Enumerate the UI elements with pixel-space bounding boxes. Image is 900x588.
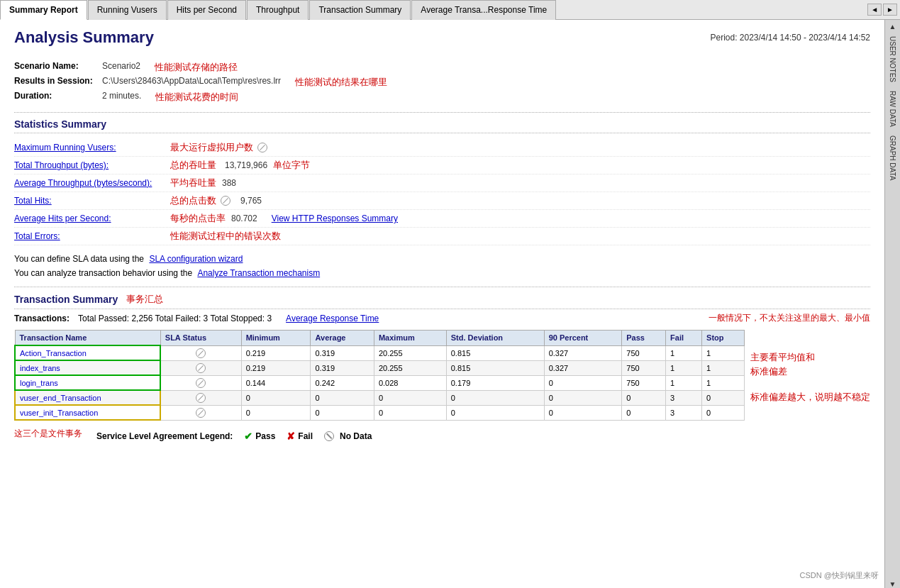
cell-minimum: 0 bbox=[241, 405, 311, 420]
sla-wizard-link[interactable]: SLA configuration wizard bbox=[149, 254, 243, 264]
scenario-label: Scenario Name: bbox=[14, 61, 99, 74]
sidebar-raw-data[interactable]: RAW DATA bbox=[889, 88, 896, 130]
stats-row-total-hits: Total Hits: 总的点击数 9,765 bbox=[14, 192, 870, 210]
cell-maximum: 20.255 bbox=[374, 345, 446, 360]
results-annotation: 性能测试的结果在哪里 bbox=[295, 76, 387, 89]
tab-throughput[interactable]: Throughput bbox=[247, 0, 309, 20]
sla-status-cell bbox=[160, 345, 241, 360]
tab-avg-response-time[interactable]: Average Transa...Response Time bbox=[411, 0, 556, 20]
total-hits-value: 9,765 bbox=[240, 196, 262, 206]
table-row: vuser_init_Transaction00000030 bbox=[15, 405, 745, 420]
trans-name-cell[interactable]: vuser_init_Transaction bbox=[15, 405, 160, 420]
max-vusers-link[interactable]: Maximum Running Vusers: bbox=[14, 143, 170, 152]
scroll-up-arrow[interactable]: ▲ bbox=[889, 23, 896, 30]
cell-maximum: 0 bbox=[374, 405, 446, 420]
stats-row-errors: Total Errors: 性能测试过程中的错误次数 bbox=[14, 228, 870, 245]
stats-row-avg-hits: Average Hits per Second: 每秒的点击率 80.702 V… bbox=[14, 210, 870, 228]
total-errors-link[interactable]: Total Errors: bbox=[14, 231, 170, 241]
sla-row-1: You can define SLA data using the SLA co… bbox=[14, 254, 870, 264]
cell-fail: 3 bbox=[666, 390, 702, 405]
col-std-dev: Std. Deviation bbox=[446, 331, 544, 346]
cell-std_dev: 0.815 bbox=[446, 360, 544, 375]
trans-name-cell[interactable]: login_trans bbox=[15, 375, 160, 390]
transaction-summary-title: Transaction Summary bbox=[14, 294, 118, 305]
table-row: Action_Transaction0.2190.31920.2550.8150… bbox=[15, 345, 745, 360]
report-content: Analysis Summary Period: 2023/4/14 14:50… bbox=[0, 20, 884, 588]
total-hits-annotation: 总的点击数 bbox=[170, 194, 216, 207]
tab-nav-buttons: ◄ ► bbox=[867, 4, 900, 16]
cell-percent90: 0.327 bbox=[544, 345, 622, 360]
sla-section: You can define SLA data using the SLA co… bbox=[14, 254, 870, 278]
cell-pass: 750 bbox=[622, 345, 666, 360]
cell-maximum: 20.255 bbox=[374, 360, 446, 375]
col-maximum: Maximum bbox=[374, 331, 446, 346]
tab-hits-per-second[interactable]: Hits per Second bbox=[167, 0, 246, 20]
sla-row-2: You can analyze transaction behavior usi… bbox=[14, 268, 870, 278]
cell-stop: 1 bbox=[702, 360, 745, 375]
period-value: 2023/4/14 14:50 - 2023/4/14 14:52 bbox=[740, 33, 870, 43]
trans-stats-label: Transactions: bbox=[14, 314, 70, 323]
cell-stop: 0 bbox=[702, 390, 745, 405]
total-throughput-link[interactable]: Total Throughput (bytes): bbox=[14, 160, 170, 170]
cell-fail: 3 bbox=[666, 405, 702, 420]
avg-response-time-link[interactable]: Average Response Time bbox=[286, 314, 379, 323]
tab-nav-left[interactable]: ◄ bbox=[867, 4, 882, 16]
cell-minimum: 0.219 bbox=[241, 345, 311, 360]
cell-percent90: 0.327 bbox=[544, 360, 622, 375]
tab-nav-right[interactable]: ► bbox=[883, 4, 897, 16]
sla-line1-prefix: You can define SLA data using the bbox=[14, 254, 144, 264]
trans-name-cell[interactable]: index_trans bbox=[15, 360, 160, 375]
scroll-down-arrow[interactable]: ▼ bbox=[889, 580, 896, 588]
table-row: index_trans0.2190.31920.2550.8150.327750… bbox=[15, 360, 745, 375]
trans-name-cell[interactable]: vuser_end_Transaction bbox=[15, 390, 160, 405]
sla-legend: Service Level Agreement Legend: ✔ Pass ✘… bbox=[96, 431, 372, 442]
right-sidebar: ▲ USER NOTES RAW DATA GRAPH DATA ▼ bbox=[884, 20, 900, 588]
col-average: Average bbox=[311, 331, 374, 346]
transaction-table: Transaction Name SLA Status Minimum Aver… bbox=[14, 330, 745, 421]
fail-x-icon: ✘ bbox=[287, 431, 295, 442]
duration-label: Duration: bbox=[14, 91, 99, 104]
cell-stop: 0 bbox=[702, 405, 745, 420]
cell-std_dev: 0.815 bbox=[446, 345, 544, 360]
bottom-left-annotation: 这三个是文件事务 bbox=[14, 428, 82, 440]
pass-checkmark-icon: ✔ bbox=[244, 431, 252, 442]
transaction-stats-row: Transactions: Total Passed: 2,256 Total … bbox=[14, 309, 870, 324]
cell-fail: 1 bbox=[666, 375, 702, 390]
avg-hits-annotation: 每秒的点击率 bbox=[170, 212, 226, 225]
avg-throughput-link[interactable]: Average Throughput (bytes/second): bbox=[14, 178, 170, 188]
avg-hits-link[interactable]: Average Hits per Second: bbox=[14, 213, 170, 223]
cell-percent90: 0 bbox=[544, 390, 622, 405]
cell-average: 0.242 bbox=[311, 375, 374, 390]
analysis-header: Analysis Summary Period: 2023/4/14 14:50… bbox=[14, 28, 870, 52]
cell-stop: 1 bbox=[702, 375, 745, 390]
cell-pass: 0 bbox=[622, 390, 666, 405]
cell-maximum: 0.028 bbox=[374, 375, 446, 390]
duration-annotation: 性能测试花费的时间 bbox=[155, 91, 238, 104]
total-hits-link[interactable]: Total Hits: bbox=[14, 196, 170, 206]
sidebar-user-notes[interactable]: USER NOTES bbox=[889, 33, 896, 85]
col-sla-status: SLA Status bbox=[160, 331, 241, 346]
scenario-annotation: 性能测试存储的路径 bbox=[155, 61, 238, 74]
period-label: Period: bbox=[710, 33, 737, 43]
vusers-nodata-icon bbox=[257, 143, 267, 152]
trans-name-cell[interactable]: Action_Transaction bbox=[15, 345, 160, 360]
duration-value: 2 minutes. bbox=[102, 91, 141, 104]
tab-transaction-summary[interactable]: Transaction Summary bbox=[309, 0, 411, 20]
sidebar-graph-data[interactable]: GRAPH DATA bbox=[889, 133, 896, 184]
http-responses-link[interactable]: View HTTP Responses Summary bbox=[272, 213, 398, 223]
results-value: C:\Users\28463\AppData\Local\Temp\res\re… bbox=[102, 76, 281, 89]
analyze-transaction-link[interactable]: Analyze Transaction mechanism bbox=[197, 268, 320, 278]
tab-summary-report[interactable]: Summary Report bbox=[0, 0, 87, 20]
info-section: Scenario Name: Scenario2 性能测试存储的路径 Resul… bbox=[14, 61, 870, 104]
cell-fail: 1 bbox=[666, 360, 702, 375]
sla-status-cell bbox=[160, 360, 241, 375]
fail-label: Fail bbox=[298, 431, 313, 441]
nodata-circle-icon bbox=[324, 431, 334, 441]
legend-nodata: No Data bbox=[324, 431, 372, 441]
cell-average: 0.319 bbox=[311, 345, 374, 360]
tab-running-vusers[interactable]: Running Vusers bbox=[88, 0, 167, 20]
cell-pass: 750 bbox=[622, 375, 666, 390]
sla-nodata-icon bbox=[196, 363, 206, 373]
trans-right-annotation: 一般情况下，不太关注这里的最大、最小值 bbox=[709, 312, 870, 324]
sla-nodata-icon bbox=[196, 348, 206, 358]
